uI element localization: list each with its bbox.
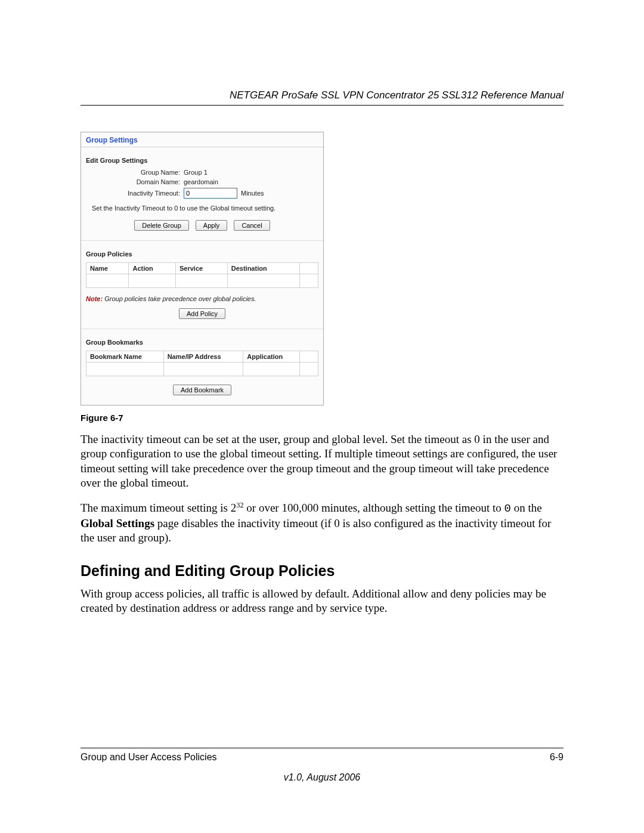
footer-version: v1.0, August 2006 [80,772,564,783]
bold-global-settings: Global Settings [80,517,154,529]
figure-caption: Figure 6-7 [80,413,564,423]
group-bookmarks-table: Bookmark Name Name/IP Address Applicatio… [86,351,318,376]
add-bookmark-button[interactable]: Add Bookmark [173,385,231,395]
group-bookmarks-heading: Group Bookmarks [86,339,318,346]
group-settings-panel: Group Settings Edit Group Settings Group… [80,132,324,405]
edit-group-settings-heading: Edit Group Settings [86,157,318,164]
apply-button[interactable]: Apply [196,220,228,231]
col-bookmark-name: Bookmark Name [86,351,164,363]
domain-name-label: Domain Name: [86,178,184,185]
table-row [86,363,318,376]
page-footer: Group and User Access Policies 6-9 v1.0,… [80,748,564,783]
footer-section-title: Group and User Access Policies [80,752,217,763]
group-name-label: Group Name: [86,169,184,176]
mono-zero: 0 [504,503,511,516]
page-header: NETGEAR ProSafe SSL VPN Concentrator 25 … [80,89,564,106]
col-application: Application [243,351,300,363]
col-service: Service [176,263,228,274]
paragraph-timeout-levels: The inactivity timeout can be set at the… [80,432,564,490]
col-action: Action [129,263,176,274]
col-spacer [300,263,318,274]
policies-note: Note: Group policies take precedence ove… [86,295,318,302]
section-heading: Defining and Editing Group Policies [80,562,564,580]
inactivity-timeout-unit: Minutes [241,190,264,197]
note-text: Group policies take precedence over glob… [104,295,256,302]
panel-title: Group Settings [81,132,323,147]
text-fragment: The maximum timeout setting is 2 [80,502,236,515]
group-policies-heading: Group Policies [86,250,318,258]
timeout-hint: Set the Inactivity Timeout to 0 to use t… [92,205,318,212]
text-fragment: on the [511,502,542,515]
cancel-button[interactable]: Cancel [234,220,270,231]
superscript: 32 [236,501,243,509]
delete-group-button[interactable]: Delete Group [134,220,188,231]
col-name: Name [86,263,129,274]
text-fragment: or over 100,000 minutes, although settin… [244,502,504,515]
inactivity-timeout-input[interactable] [184,188,237,199]
group-policies-table: Name Action Service Destination [86,262,318,288]
note-label: Note: [86,295,103,302]
col-name-ip: Name/IP Address [163,351,243,363]
table-row [86,274,318,288]
add-policy-button[interactable]: Add Policy [179,308,225,319]
paragraph-policies-intro: With group access policies, all traffic … [80,587,564,616]
col-destination: Destination [227,263,299,274]
group-name-value: Group 1 [184,169,208,176]
paragraph-max-timeout: The maximum timeout setting is 232 or ov… [80,501,564,545]
domain-name-value: geardomain [184,178,218,185]
inactivity-timeout-label: Inactivity Timeout: [86,190,184,197]
footer-page-number: 6-9 [550,752,564,763]
col-spacer [300,351,318,363]
